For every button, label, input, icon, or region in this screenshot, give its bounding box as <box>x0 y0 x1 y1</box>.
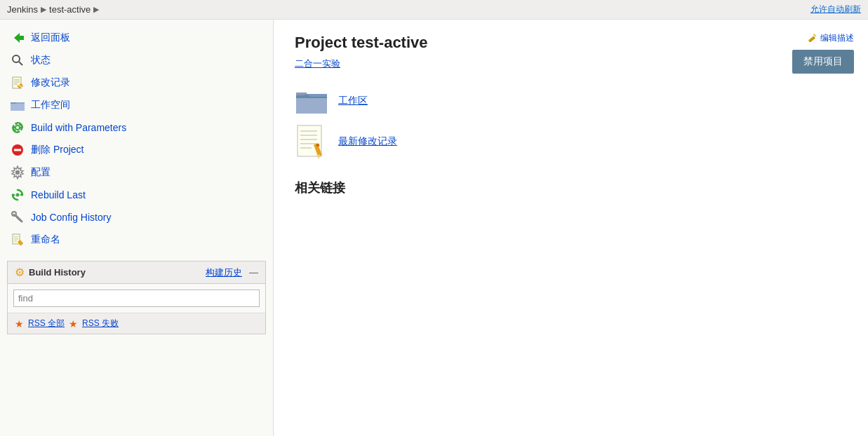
workspace-link-row: 工作区 <box>295 84 847 118</box>
svg-point-12 <box>16 126 19 129</box>
workspace-folder-icon <box>295 84 328 118</box>
rss-all-icon: ★ <box>15 318 24 329</box>
wrench-icon <box>10 210 25 225</box>
sidebar: 返回面板 状态 <box>0 20 274 436</box>
svg-line-24 <box>16 216 22 222</box>
sidebar-delete-label[interactable]: 删除 Project <box>31 144 84 156</box>
build-history-gear-icon: ⚙ <box>15 266 25 279</box>
edit-description-link[interactable]: 编辑描述 <box>808 32 854 44</box>
gear-green2-icon <box>10 187 25 203</box>
rss-fail-icon: ★ <box>69 318 78 329</box>
build-search-input[interactable] <box>13 289 260 307</box>
workspace-link[interactable]: 工作区 <box>338 95 368 107</box>
pencil-doc-icon <box>10 232 25 247</box>
top-right-actions: 编辑描述 禁用项目 <box>792 32 854 74</box>
build-history-link[interactable]: 构建历史 <box>206 266 242 279</box>
sidebar-rename-label[interactable]: 重命名 <box>31 233 60 246</box>
svg-marker-19 <box>20 193 22 196</box>
layout: 返回面板 状态 <box>0 20 868 436</box>
sidebar-item-build-params[interactable]: Build with Parameters <box>0 116 273 139</box>
build-history-header: ⚙ Build History 构建历史 — <box>8 261 265 284</box>
project-subtitle[interactable]: 二合一实验 <box>295 57 847 70</box>
no-icon <box>10 142 25 158</box>
build-history-panel: ⚙ Build History 构建历史 — ★ RSS 全部 ★ RSS 失败 <box>7 261 266 334</box>
sidebar-item-changes[interactable]: 修改记录 <box>0 71 273 94</box>
breadcrumb-project[interactable]: test-active <box>49 4 91 15</box>
disable-project-button[interactable]: 禁用项目 <box>792 50 854 74</box>
svg-point-1 <box>13 55 20 62</box>
build-search-wrap <box>8 284 265 313</box>
sidebar-item-job-config[interactable]: Job Config History <box>0 206 273 229</box>
breadcrumb: Jenkins ▶ test-active ▶ <box>7 4 99 15</box>
rss-all-link[interactable]: RSS 全部 <box>28 318 65 329</box>
sidebar-build-params-label[interactable]: Build with Parameters <box>31 122 126 133</box>
changelog-link[interactable]: 最新修改记录 <box>338 135 397 148</box>
changelog-link-row: 最新修改记录 <box>295 125 847 158</box>
svg-line-2 <box>19 62 22 65</box>
sidebar-job-config-label[interactable]: Job Config History <box>31 212 111 223</box>
edit-description-label: 编辑描述 <box>820 32 854 44</box>
gear-green-icon <box>10 120 25 135</box>
breadcrumb-sep1: ▶ <box>41 5 46 14</box>
svg-marker-0 <box>14 33 24 43</box>
build-history-footer: ★ RSS 全部 ★ RSS 失败 <box>8 313 265 334</box>
sidebar-item-configure[interactable]: 配置 <box>0 161 273 184</box>
folder-sidebar-icon <box>10 97 25 113</box>
svg-point-21 <box>16 193 20 197</box>
breadcrumb-sep2: ▶ <box>93 5 99 14</box>
magnifier-icon <box>10 53 25 68</box>
changelog-notepad-icon <box>295 125 328 158</box>
svg-rect-30 <box>808 36 815 42</box>
edit-pencil-icon <box>808 32 817 44</box>
edit-doc-icon <box>10 75 25 90</box>
sidebar-rebuild-label[interactable]: Rebuild Last <box>31 189 86 200</box>
svg-marker-20 <box>13 193 15 197</box>
build-history-title: Build History <box>29 267 86 278</box>
content-links: 工作区 <box>295 84 847 158</box>
sidebar-item-rebuild[interactable]: Rebuild Last <box>0 184 273 206</box>
sidebar-item-status[interactable]: 状态 <box>0 49 273 71</box>
svg-marker-31 <box>813 34 816 36</box>
back-arrow-icon <box>10 30 25 46</box>
gear-gray-icon <box>10 165 25 180</box>
sidebar-back-label[interactable]: 返回面板 <box>31 32 70 44</box>
sidebar-workspace-label[interactable]: 工作空间 <box>31 99 70 111</box>
auto-refresh-link[interactable]: 允许自动刷新 <box>810 4 861 15</box>
svg-rect-9 <box>11 104 25 111</box>
sidebar-status-label[interactable]: 状态 <box>31 54 51 67</box>
sidebar-item-back[interactable]: 返回面板 <box>0 27 273 49</box>
page-title: Project test-active <box>295 34 847 52</box>
main-content: 编辑描述 禁用项目 Project test-active 二合一实验 工作区 <box>274 20 868 436</box>
related-links-title: 相关链接 <box>295 179 847 196</box>
sidebar-changes-label[interactable]: 修改记录 <box>31 76 70 89</box>
svg-point-18 <box>15 170 20 175</box>
sidebar-item-workspace[interactable]: 工作空间 <box>0 94 273 116</box>
breadcrumb-jenkins[interactable]: Jenkins <box>7 4 38 15</box>
svg-rect-32 <box>296 98 327 114</box>
breadcrumb-bar: Jenkins ▶ test-active ▶ 允许自动刷新 <box>0 0 868 20</box>
rss-fail-link[interactable]: RSS 失败 <box>82 318 119 329</box>
sidebar-item-delete[interactable]: 删除 Project <box>0 139 273 161</box>
build-history-dash: — <box>249 267 258 278</box>
sidebar-item-rename[interactable]: 重命名 <box>0 229 273 251</box>
sidebar-configure-label[interactable]: 配置 <box>31 166 51 179</box>
